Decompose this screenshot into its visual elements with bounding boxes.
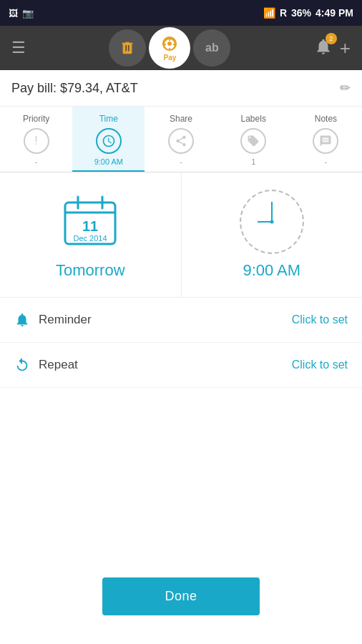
tab-notes-icon	[313, 128, 338, 154]
notification-badge: 2	[326, 33, 337, 44]
status-right: 📶 R 36% 4:49 PM	[263, 7, 353, 19]
task-title-bar: Pay bill: $79.34, AT&T ✏	[0, 70, 362, 107]
svg-text:Dec 2014: Dec 2014	[74, 234, 107, 243]
plus-button[interactable]: +	[340, 37, 351, 59]
tab-labels-value: 1	[251, 157, 255, 166]
tab-time-value: 9:00 AM	[94, 157, 123, 166]
battery-text: 36%	[291, 7, 311, 19]
reminder-row[interactable]: Reminder Click to set	[0, 298, 362, 343]
done-button-container: Done	[102, 577, 260, 615]
tab-labels[interactable]: Labels 1	[217, 107, 290, 172]
clock-center	[270, 220, 273, 224]
clock-face	[240, 190, 304, 254]
edit-icon[interactable]: ✏	[340, 80, 351, 96]
tab-share[interactable]: Share -	[145, 107, 217, 172]
calendar-icon: 11 Dec 2014	[58, 190, 122, 254]
action-bar: ☰ Pay ab 2 +	[0, 26, 362, 70]
repeat-label: Repeat	[39, 358, 78, 372]
date-text: Tomorrow	[56, 261, 125, 280]
dollar-icon	[161, 35, 178, 52]
hamburger-icon[interactable]: ☰	[11, 39, 26, 57]
reminder-left: Reminder	[14, 312, 92, 328]
done-button[interactable]: Done	[102, 577, 260, 615]
tab-notes[interactable]: Notes -	[290, 107, 362, 172]
pay-button[interactable]: Pay	[149, 27, 190, 69]
tab-notes-value: -	[325, 157, 328, 166]
photo-icon: 🖼	[9, 8, 18, 19]
tab-time[interactable]: Time 9:00 AM	[72, 107, 145, 172]
wifi-icon: 📶	[263, 7, 275, 19]
svg-text:11: 11	[82, 218, 98, 234]
tab-priority[interactable]: Priority ! -	[0, 107, 72, 172]
trash-button[interactable]	[109, 29, 146, 67]
tab-time-icon	[96, 128, 122, 154]
signal-icon: R	[280, 7, 287, 19]
tab-labels-icon	[240, 128, 266, 154]
tabs-container: Priority ! - Time 9:00 AM Share - Labels	[0, 107, 362, 172]
status-bar: 🖼 📷 📶 R 36% 4:49 PM	[0, 0, 362, 26]
repeat-icon	[14, 357, 30, 373]
ab-button[interactable]: ab	[193, 29, 230, 67]
trash-icon	[119, 40, 135, 56]
action-bar-left: ☰	[11, 39, 26, 57]
task-title: Pay bill: $79.34, AT&T	[11, 81, 138, 96]
repeat-value: Click to set	[292, 358, 348, 371]
reminder-label: Reminder	[39, 313, 92, 327]
tab-labels-label: Labels	[241, 114, 266, 124]
tab-priority-value: -	[35, 157, 38, 166]
time-text: 9:00 AM	[243, 261, 300, 280]
time-display: 4:49 PM	[315, 7, 353, 19]
action-bar-right: 2 +	[314, 37, 351, 59]
tab-notes-label: Notes	[315, 114, 337, 124]
status-left: 🖼 📷	[9, 8, 34, 19]
repeat-row[interactable]: Repeat Click to set	[0, 343, 362, 388]
tab-priority-label: Priority	[23, 114, 49, 124]
notification-button[interactable]: 2	[314, 37, 333, 59]
tab-time-label: Time	[99, 114, 118, 124]
pay-label: Pay	[164, 54, 177, 62]
tab-share-label: Share	[170, 114, 192, 124]
action-bar-center: Pay ab	[107, 27, 232, 69]
tab-priority-icon: !	[24, 128, 49, 154]
clock-minute-hand	[271, 202, 273, 222]
date-panel[interactable]: 11 Dec 2014 Tomorrow	[0, 172, 182, 297]
time-panel[interactable]: 9:00 AM	[182, 172, 363, 297]
reminder-value: Click to set	[292, 313, 348, 326]
datetime-row: 11 Dec 2014 Tomorrow 9:00 AM	[0, 172, 362, 298]
tab-share-value: -	[180, 157, 182, 166]
ab-icon: ab	[205, 42, 219, 54]
repeat-left: Repeat	[14, 357, 78, 373]
camera-icon: 📷	[22, 8, 34, 19]
bell-reminder-icon	[14, 312, 30, 328]
tab-share-icon	[168, 128, 194, 154]
